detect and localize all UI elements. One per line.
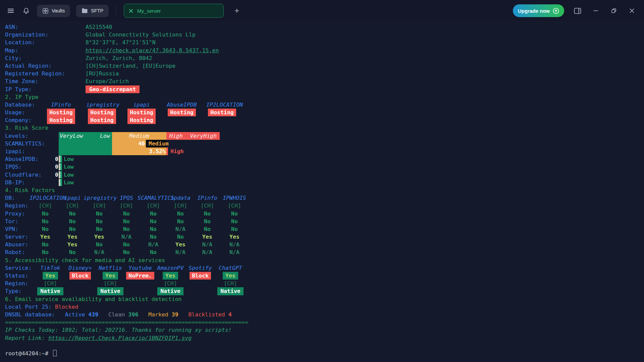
restore-icon (611, 8, 616, 13)
table-cell: [CH] (215, 280, 246, 287)
panel-toggle-button[interactable] (573, 6, 582, 15)
db-name: Netflix (99, 265, 122, 271)
field-label: ipapi: (5, 148, 25, 155)
risk-score-value: 0 (44, 171, 58, 179)
table-cell: NoPrem. (124, 272, 156, 280)
table-cell: Hosting (86, 109, 118, 116)
text-segment: Global Connectivity Solutions Llp (86, 32, 196, 38)
table-value: No (150, 218, 157, 225)
score-bar-tick (60, 179, 62, 186)
table-cell: Block (184, 272, 216, 280)
field-label: Time Zone: (5, 78, 38, 84)
level-verylow: VeryLow (60, 132, 83, 140)
table-cell: No (192, 210, 223, 218)
table-value: No (204, 218, 211, 225)
db-name: Disney+ (68, 265, 92, 271)
row-label: Region: (5, 202, 29, 209)
table-cell: Youtube (124, 264, 156, 272)
terminal-line: 2. IP Type (5, 93, 644, 101)
status-badge: NoPrem. (126, 272, 154, 280)
table-value: No (96, 226, 103, 232)
table-value: N/A (229, 249, 239, 255)
table-value: [CH] (104, 280, 117, 287)
tab-my-server[interactable]: My_server (124, 4, 224, 18)
new-tab-button[interactable]: + (234, 7, 239, 15)
text-segment: Zurich, Zurich, 8042 (86, 55, 152, 61)
table-value: [CH] (66, 202, 79, 209)
upgrade-button[interactable]: Upgrade now (513, 4, 564, 17)
window-restore-button[interactable] (609, 6, 619, 15)
row-label: Usage: (5, 109, 25, 116)
terminal-line: Tor:NoNoNoNoNoNoNoNo (5, 218, 644, 225)
close-icon (629, 8, 635, 13)
table-value: [CH] (174, 202, 187, 209)
table-cell: [CH] (84, 202, 115, 209)
table-cell: Native (95, 287, 126, 295)
text-segment: Blacklisted (178, 311, 228, 318)
row-label: Company: (5, 117, 32, 123)
table-cell: No (192, 225, 223, 233)
table-cell: Block (64, 272, 96, 280)
terminal-body[interactable]: ASN:AS215540Organization:Global Connecti… (0, 21, 644, 362)
terminal-line: Usage:HostingHostingHostingHostingHostin… (5, 109, 644, 116)
terminal-line: 6. Email service availability and blackl… (5, 295, 644, 303)
table-value: N/A (121, 234, 131, 240)
field-label: Organization: (5, 32, 48, 38)
tab-vaults[interactable]: Vaults (37, 5, 70, 17)
text-segment: Report Link: (5, 335, 48, 341)
text-segment: [CH]Switzerland, [EU]Europe (86, 63, 175, 69)
table-cell: Hosting (45, 116, 77, 124)
status-badge: Native (97, 287, 123, 295)
text-segment: 4 (228, 311, 232, 318)
table-value: No (96, 241, 103, 248)
status-badge: Yes (163, 272, 178, 280)
table-value: No (177, 210, 184, 217)
table-value: No (204, 210, 211, 217)
window-minimize-button[interactable] (591, 6, 600, 15)
terminal-line: DB:IP2LOCATIONipapiipregistryIPQSSCAMALY… (5, 194, 644, 202)
terminal-line: VPN:NoNoNoNoNoN/ANoNo (5, 225, 644, 233)
table-cell: No (30, 218, 61, 225)
text-segment: 8°32'37"E, 47°21'51"N (86, 39, 156, 46)
map-link[interactable]: https://check.place/47.3643,8.5437,15,en (86, 47, 219, 54)
table-cell: N/A (138, 241, 169, 248)
table-value: N/A (202, 249, 212, 255)
status-badge: Hosting (88, 109, 116, 116)
bar-segment-high: HighVeryHigh (166, 132, 220, 140)
table-value: No (69, 210, 76, 217)
close-tab-icon[interactable] (129, 9, 133, 13)
table-value: No (204, 226, 211, 232)
hamburger-icon (7, 7, 14, 14)
table-cell: Native (35, 287, 66, 295)
terminal-cursor[interactable] (53, 350, 57, 356)
table-cell: [CH] (219, 202, 250, 209)
table-value: No (123, 241, 130, 248)
table-cell: N/A (219, 248, 250, 256)
table-value: N/A (229, 241, 239, 248)
bar-segment-medium: Medium (112, 132, 166, 140)
table-value: No (231, 210, 238, 217)
table-cell: Yes (192, 233, 223, 241)
field-label: AbuseIPDB: (5, 156, 38, 162)
report-link[interactable]: https://Report.Check.Place/ip/1BNZFDIP1.… (48, 335, 192, 341)
terminal-line: Map:https://check.place/47.3643,8.5437,1… (5, 47, 644, 54)
table-cell: Hosting (45, 109, 77, 116)
field-label: Registered Region: (5, 70, 65, 77)
ip-type-badge: Geo-discrepant (86, 85, 140, 93)
table-value: [CH] (39, 202, 52, 209)
table-cell: No (84, 225, 115, 233)
tab-sftp[interactable]: SFTP (76, 5, 109, 17)
menu-button[interactable] (6, 6, 15, 15)
section-header: 4. Risk Factors (5, 187, 55, 193)
terminal-line: 4. Risk Factors (5, 186, 644, 194)
db-name: AbuseIPDB (167, 102, 197, 108)
status-badge: Hosting (47, 116, 75, 124)
risk-score-value: 0 (44, 163, 58, 171)
table-value: Yes (67, 234, 77, 240)
terminal-line: 3. Risk Score (5, 124, 644, 132)
notifications-button[interactable] (21, 6, 31, 15)
field-label: SCAMALYTICS: (5, 140, 45, 147)
table-value: Yes (202, 234, 212, 240)
terminal-line: City:Zurich, Zurich, 8042 (5, 54, 644, 62)
window-close-button[interactable] (627, 6, 637, 15)
